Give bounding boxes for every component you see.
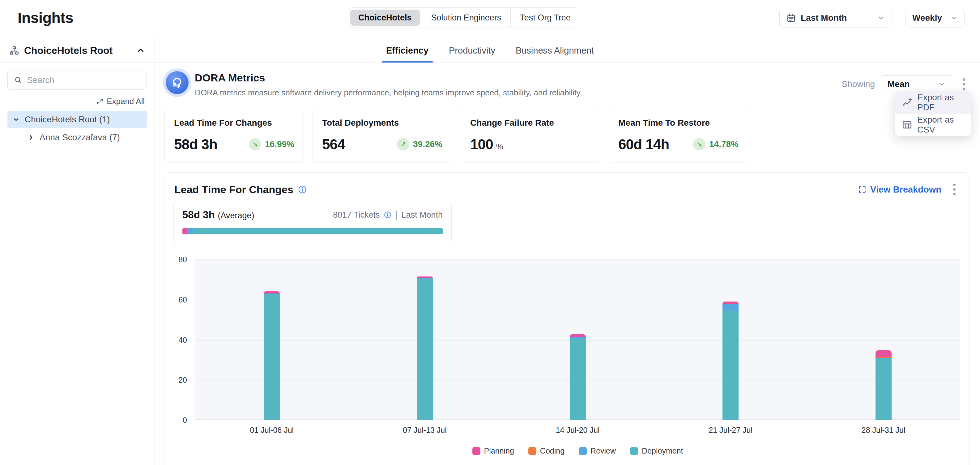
trend-badge: ↘ 14.78% — [693, 138, 738, 150]
export-csv-label: Export as CSV — [917, 115, 964, 135]
granularity-select[interactable]: Weekly — [905, 8, 964, 28]
metric-card-mean-time-to-restore: Mean Time To Restore 60d 14h ↘ 14.78% — [609, 108, 748, 163]
x-tick-label: 28 Jul-31 Jul — [862, 426, 905, 435]
chart-legend: PlanningCodingReviewDeployment — [196, 446, 960, 455]
x-tick-label: 21 Jul-27 Jul — [709, 426, 752, 435]
tab-productivity[interactable]: Productivity — [449, 38, 495, 62]
legend-swatch — [473, 447, 480, 455]
chart-x-axis: 01 Jul-06 Jul07 Jul-13 Jul14 Jul-20 Jul2… — [196, 426, 960, 437]
stacked-bar[interactable] — [722, 302, 738, 420]
table-icon — [902, 120, 912, 130]
progress-segment-planning — [182, 228, 187, 234]
tree-item-anna-scozzafava[interactable]: Anna Scozzafava (7) — [8, 129, 147, 146]
summary-progress-bar — [182, 228, 443, 234]
search-input[interactable] — [27, 75, 140, 85]
dora-controls: Showing Mean — [842, 75, 969, 93]
bar-segment-deployment — [417, 279, 433, 420]
tab-business-alignment[interactable]: Business Alignment — [515, 38, 594, 62]
bar-segment-planning — [264, 291, 280, 294]
legend-item-coding[interactable]: Coding — [528, 446, 565, 455]
legend-item-review[interactable]: Review — [579, 446, 616, 455]
bar-segment-deployment — [875, 358, 892, 420]
metric-card-lead-time: Lead Time For Changes 58d 3h ↘ 16.99% — [164, 108, 304, 163]
tree-item-choicehotels-root[interactable]: ChoiceHotels Root (1) — [8, 111, 147, 128]
expand-diagonal-icon — [96, 98, 103, 105]
trend-badge: ↗ 39.26% — [397, 138, 442, 150]
sidebar-collapse-chevron-up-icon[interactable] — [136, 46, 145, 55]
trend-down-arrow-icon: ↘ — [693, 138, 705, 150]
trend-badge: ↘ 16.99% — [249, 138, 294, 150]
chevron-right-icon[interactable] — [27, 134, 35, 141]
legend-label: Review — [590, 446, 616, 455]
bar-segment-planning — [417, 276, 433, 278]
legend-label: Planning — [484, 446, 514, 455]
legend-item-deployment[interactable]: Deployment — [630, 446, 683, 455]
summary-period: Last Month — [401, 210, 443, 220]
y-tick-label: 20 — [178, 376, 187, 385]
expand-all-button[interactable]: Expand All — [96, 97, 145, 106]
chart-y-axis: 020406080 — [170, 259, 187, 420]
bar-segment-review — [875, 358, 892, 359]
sidebar-search — [8, 70, 147, 90]
org-tab-choicehotels[interactable]: ChoiceHotels — [350, 10, 420, 26]
export-csv-item[interactable]: Export as CSV — [895, 113, 971, 136]
metric-value: 564 — [322, 136, 345, 153]
stacked-bar[interactable] — [264, 291, 280, 420]
chevron-down-icon — [950, 14, 958, 22]
chevron-down-icon — [938, 80, 946, 88]
x-tick-label: 07 Jul-13 Jul — [403, 426, 447, 435]
bar-segment-deployment — [570, 339, 586, 420]
dora-kebab-menu-icon[interactable] — [958, 75, 969, 93]
dora-metrics-subtitle: DORA metrics measure software delivery p… — [195, 88, 582, 97]
org-hierarchy-icon — [9, 45, 19, 56]
legend-swatch — [630, 447, 638, 455]
expand-corners-icon — [858, 185, 867, 194]
org-tab-test-org-tree[interactable]: Test Org Tree — [511, 8, 580, 27]
chart-plot — [196, 259, 960, 420]
stacked-bar[interactable] — [570, 334, 586, 420]
y-tick-label: 40 — [178, 335, 187, 344]
gridline — [196, 259, 960, 260]
summary-qualifier: (Average) — [218, 211, 255, 221]
granularity-select-value: Weekly — [912, 13, 945, 23]
legend-swatch — [528, 447, 536, 455]
metric-card-total-deployments: Total Deployments 564 ↗ 39.26% — [313, 108, 452, 163]
stacked-bar[interactable] — [417, 276, 433, 420]
x-tick-label: 14 Jul-20 Jul — [556, 426, 600, 435]
bar-segment-review — [570, 337, 586, 339]
bar-segment-deployment — [264, 294, 280, 420]
info-icon[interactable] — [298, 185, 307, 194]
showing-select[interactable]: Mean — [881, 75, 952, 93]
metric-value: 58d 3h — [174, 136, 217, 153]
bar-segment-coding — [875, 357, 892, 358]
metric-value: 100 — [470, 136, 493, 153]
stacked-bar[interactable] — [875, 350, 892, 420]
trend-value: 16.99% — [265, 139, 294, 149]
legend-item-planning[interactable]: Planning — [473, 446, 514, 455]
main-tab-bar: Efficiency Productivity Business Alignme… — [386, 38, 594, 62]
section-kebab-menu-icon[interactable] — [949, 181, 960, 198]
metric-card-change-failure-rate: Change Failure Rate 100 % — [461, 108, 600, 163]
trend-up-arrow-icon: ↗ — [397, 138, 409, 150]
x-tick-label: 01 Jul-06 Jul — [250, 426, 294, 435]
org-tree-sidebar: ChoiceHotels Root Expand All ChoiceHotel… — [0, 38, 155, 465]
export-pdf-item[interactable]: Export as PDF — [895, 91, 971, 113]
showing-label: Showing — [842, 79, 875, 89]
period-select[interactable]: Last Month — [780, 8, 892, 28]
app-header: Insights ChoiceHotels Solution Engineers… — [0, 0, 980, 38]
tabbar-divider — [0, 62, 980, 63]
view-breakdown-button[interactable]: View Breakdown — [858, 184, 941, 195]
view-breakdown-label: View Breakdown — [870, 184, 941, 195]
y-tick-label: 80 — [178, 255, 187, 264]
legend-swatch — [579, 447, 587, 455]
metric-title: Change Failure Rate — [470, 118, 590, 128]
bar-segment-review — [722, 304, 738, 311]
chevron-down-icon[interactable] — [13, 116, 20, 123]
tab-efficiency[interactable]: Efficiency — [386, 38, 428, 62]
metric-title: Lead Time For Changes — [174, 118, 294, 128]
org-tab-solution-engineers[interactable]: Solution Engineers — [422, 8, 511, 27]
metric-title: Total Deployments — [322, 118, 442, 128]
summary-average-value: 58d 3h — [182, 209, 215, 221]
info-icon[interactable] — [383, 211, 392, 219]
bar-segment-planning — [875, 350, 892, 357]
